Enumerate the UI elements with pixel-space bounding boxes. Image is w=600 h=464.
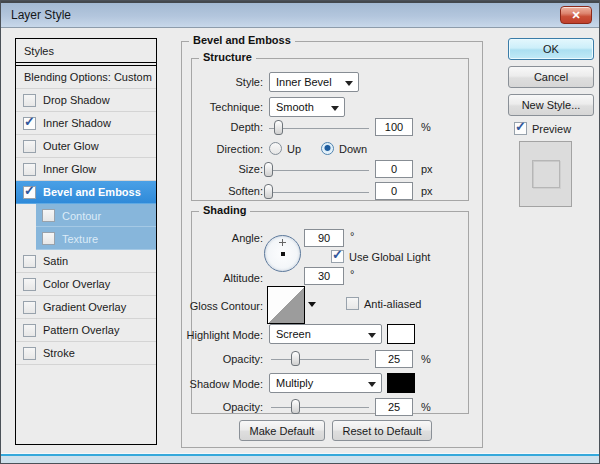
sidebar-item-inner-glow[interactable]: Inner Glow (16, 158, 156, 181)
highlight-opacity-slider-track[interactable] (271, 359, 369, 360)
sidebar-item-satin[interactable]: Satin (16, 250, 156, 273)
depth-slider-thumb[interactable] (274, 120, 283, 135)
preview-checkbox[interactable]: ✓ (514, 122, 527, 135)
close-button[interactable]: ✕ (560, 6, 592, 24)
soften-slider-thumb[interactable] (264, 184, 273, 199)
anti-aliased-label: Anti-aliased (364, 298, 421, 310)
direction-up-radio[interactable] (269, 142, 282, 155)
style-label: Style: (173, 76, 263, 88)
gloss-contour-thumbnail[interactable] (267, 286, 305, 324)
styles-list-header: Styles (16, 39, 156, 63)
checkmark-icon: ✓ (515, 119, 526, 134)
altitude-input[interactable]: 30 (304, 267, 344, 285)
sidebar-item-blending-options[interactable]: Blending Options: Custom (16, 66, 156, 89)
technique-dropdown[interactable]: Smooth (269, 97, 345, 117)
use-global-light-checkbox[interactable]: ✓ (331, 250, 344, 263)
checkbox-bevel-and-emboss[interactable]: ✓ (23, 186, 36, 199)
shadow-color-swatch[interactable] (387, 373, 415, 393)
highlight-mode-label: Highlight Mode: (171, 329, 263, 341)
reset-to-default-button[interactable]: Reset to Default (332, 420, 432, 441)
sidebar-item-color-overlay[interactable]: Color Overlay (16, 273, 156, 296)
checkbox-inner-shadow[interactable]: ✓ (23, 117, 36, 130)
checkbox-drop-shadow[interactable] (23, 94, 36, 107)
direction-label: Direction: (173, 143, 263, 155)
sidebar-item-label: Drop Shadow (43, 94, 110, 106)
highlight-opacity-label: Opacity: (171, 353, 263, 365)
angle-input[interactable]: 90 (304, 229, 344, 247)
sidebar-item-inner-shadow[interactable]: ✓ Inner Shadow (16, 112, 156, 135)
sidebar-item-label: Contour (62, 210, 101, 222)
checkbox-texture[interactable] (42, 232, 55, 245)
depth-label: Depth: (173, 121, 263, 133)
style-preview-thumbnail (519, 141, 572, 207)
titlebar[interactable]: Layer Style (1, 1, 599, 28)
sidebar-item-label: Color Overlay (43, 278, 110, 290)
sidebar-item-texture[interactable]: Texture (16, 227, 156, 250)
anti-aliased-checkbox[interactable] (346, 297, 359, 310)
soften-slider-track[interactable] (269, 192, 369, 193)
sidebar-item-pattern-overlay[interactable]: Pattern Overlay (16, 319, 156, 342)
gloss-contour-dropdown-icon[interactable] (308, 302, 316, 311)
highlight-mode-dropdown[interactable]: Screen (269, 324, 382, 344)
soften-input[interactable]: 0 (375, 182, 413, 200)
preview-label: Preview (532, 123, 571, 135)
size-label: Size: (173, 163, 263, 175)
style-value: Inner Bevel (276, 76, 332, 88)
window-title: Layer Style (11, 8, 71, 22)
close-icon: ✕ (571, 9, 580, 21)
size-slider-thumb[interactable] (264, 162, 273, 177)
checkbox-contour[interactable] (42, 209, 55, 222)
style-dropdown[interactable]: Inner Bevel (269, 72, 359, 92)
chevron-down-icon (345, 81, 353, 90)
make-default-button[interactable]: Make Default (239, 420, 325, 441)
highlight-opacity-slider-thumb[interactable] (291, 351, 300, 366)
sidebar-item-gradient-overlay[interactable]: Gradient Overlay (16, 296, 156, 319)
shadow-mode-label: Shadow Mode: (171, 378, 263, 390)
sidebar-item-label: Blending Options: Custom (24, 71, 152, 83)
altitude-unit: ° (350, 268, 354, 280)
direction-down-radio[interactable] (321, 142, 334, 155)
sidebar-item-stroke[interactable]: Stroke (16, 342, 156, 365)
size-slider-track[interactable] (269, 170, 369, 171)
dial-center-dot (281, 252, 285, 256)
shadow-mode-dropdown[interactable]: Multiply (269, 373, 382, 393)
technique-label: Technique: (173, 101, 263, 113)
checkbox-satin[interactable] (23, 255, 36, 268)
shadow-opacity-input[interactable]: 25 (375, 398, 413, 416)
preview-bevel-square (532, 160, 560, 188)
shadow-mode-value: Multiply (276, 377, 313, 389)
checkbox-stroke[interactable] (23, 347, 36, 360)
use-global-light-label: Use Global Light (349, 251, 430, 263)
ok-button[interactable]: OK (508, 38, 594, 60)
size-input[interactable]: 0 (375, 160, 413, 178)
altitude-label: Altitude: (171, 272, 263, 284)
sidebar-item-contour[interactable]: Contour (16, 204, 156, 227)
checkmark-icon: ✓ (24, 114, 35, 129)
sidebar-item-outer-glow[interactable]: Outer Glow (16, 135, 156, 158)
shadow-opacity-slider-thumb[interactable] (291, 399, 300, 414)
depth-input[interactable]: 100 (375, 118, 413, 136)
highlight-opacity-input[interactable]: 25 (375, 350, 413, 368)
shadow-opacity-slider-track[interactable] (271, 407, 369, 408)
bevel-emboss-group-title: Bevel and Emboss (189, 34, 295, 46)
sidebar-item-label: Stroke (43, 347, 75, 359)
sidebar-item-drop-shadow[interactable]: Drop Shadow (16, 89, 156, 112)
sidebar-item-label: Outer Glow (43, 140, 99, 152)
chevron-down-icon (368, 382, 376, 391)
window-bottom-border (1, 454, 599, 463)
checkbox-gradient-overlay[interactable] (23, 301, 36, 314)
sidebar-item-label: Inner Shadow (43, 117, 111, 129)
angle-label: Angle: (171, 232, 263, 244)
checkbox-pattern-overlay[interactable] (23, 324, 36, 337)
checkbox-outer-glow[interactable] (23, 140, 36, 153)
angle-dial[interactable] (264, 235, 301, 272)
highlight-color-swatch[interactable] (387, 324, 415, 344)
new-style-button[interactable]: New Style... (508, 94, 594, 116)
direction-down-label: Down (339, 143, 367, 155)
sidebar-item-label: Pattern Overlay (43, 324, 119, 336)
depth-slider-track[interactable] (269, 128, 369, 129)
cancel-button[interactable]: Cancel (508, 66, 594, 88)
sidebar-item-bevel-and-emboss[interactable]: ✓ Bevel and Emboss (16, 181, 156, 204)
checkbox-inner-glow[interactable] (23, 163, 36, 176)
checkbox-color-overlay[interactable] (23, 278, 36, 291)
